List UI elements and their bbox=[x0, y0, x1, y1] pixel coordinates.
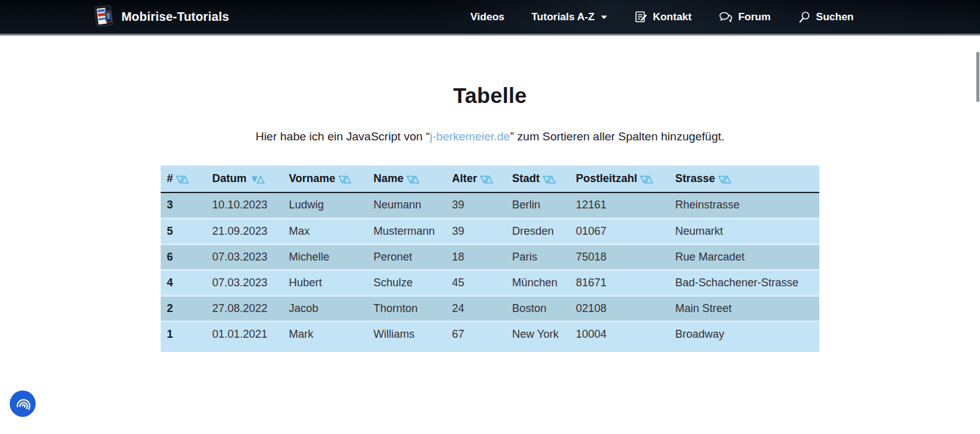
table-cell: Rheinstrasse bbox=[669, 192, 819, 218]
sort-asc-icon: △ bbox=[181, 173, 188, 184]
nav-item-videos[interactable]: Videos bbox=[470, 11, 504, 23]
table-cell: 4 bbox=[161, 270, 206, 295]
table-cell: 45 bbox=[446, 270, 506, 295]
table-cell: Mustermann bbox=[367, 218, 446, 244]
column-header-postleitzahl[interactable]: Postleitzahl▽△ bbox=[570, 166, 669, 192]
table-cell: Hubert bbox=[283, 270, 367, 295]
sort-asc-icon: △ bbox=[723, 173, 730, 184]
sortable-table-wrap: #▽△Datum▼△Vorname▽△Name▽△Alter▽△Stadt▽△P… bbox=[161, 166, 819, 352]
sort-asc-icon: △ bbox=[343, 173, 351, 184]
nav-item-forum[interactable]: Forum bbox=[719, 10, 771, 23]
column-header-strasse[interactable]: Strasse▽△ bbox=[669, 166, 819, 192]
table-cell: München bbox=[506, 270, 570, 295]
table-cell: Neumann bbox=[367, 192, 446, 218]
table-cell: 1 bbox=[161, 321, 206, 347]
intro-text-after: ” zum Sortieren aller Spalten hinzugefüg… bbox=[510, 130, 725, 143]
table-cell: 07.03.2023 bbox=[206, 270, 283, 295]
table-cell: Jacob bbox=[283, 295, 367, 321]
table-cell: Broadway bbox=[669, 321, 819, 347]
table-cell: 07.03.2023 bbox=[206, 244, 283, 270]
table-row: 310.10.2023LudwigNeumann39Berlin12161Rhe… bbox=[161, 192, 819, 218]
table-cell: Michelle bbox=[283, 244, 367, 270]
table-cell: 18 bbox=[446, 244, 506, 270]
table-row: 607.03.2023MichellePeronet18Paris75018Ru… bbox=[161, 244, 819, 270]
fingerprint-icon bbox=[10, 390, 36, 418]
intro-text-before: Hier habe ich ein JavaScript von “ bbox=[256, 130, 430, 143]
column-header-stadt[interactable]: Stadt▽△ bbox=[506, 166, 570, 192]
table-cell: 81671 bbox=[570, 270, 669, 295]
column-header-datum[interactable]: Datum▼△ bbox=[206, 166, 283, 192]
table-cell: Paris bbox=[506, 244, 570, 270]
table-cell: Williams bbox=[367, 321, 446, 347]
sort-icons: ▽△ bbox=[480, 173, 493, 184]
brand-name: Mobirise-Tutorials bbox=[121, 10, 229, 24]
column-label: Datum bbox=[212, 172, 247, 185]
table-cell: 10004 bbox=[570, 321, 669, 347]
sort-icons: ▽△ bbox=[543, 173, 556, 184]
nav-item-tutorials-a-z[interactable]: Tutorials A-Z bbox=[531, 11, 608, 23]
column-header-name[interactable]: Name▽△ bbox=[367, 166, 446, 192]
nav-item-label: Videos bbox=[470, 11, 504, 23]
column-label: Strasse bbox=[675, 172, 715, 185]
column-header-alter[interactable]: Alter▽△ bbox=[446, 166, 506, 192]
table-cell: New York bbox=[506, 321, 570, 347]
column-header-vorname[interactable]: Vorname▽△ bbox=[283, 166, 367, 192]
table-row: 227.08.2022JacobThornton24Boston02108Mai… bbox=[161, 295, 819, 321]
table-cell: 3 bbox=[161, 192, 206, 218]
sort-icons: ▽△ bbox=[640, 173, 653, 184]
intro-link[interactable]: j-berkemeier.de bbox=[430, 130, 510, 143]
sort-icons: ▽△ bbox=[339, 173, 351, 184]
nav-item-label: Forum bbox=[738, 11, 771, 23]
column-label: Stadt bbox=[512, 172, 540, 185]
table-cell: 02108 bbox=[570, 295, 669, 321]
nav-item-label: Kontakt bbox=[653, 11, 691, 23]
sort-asc-icon: △ bbox=[412, 173, 419, 184]
column-label: Vorname bbox=[289, 172, 335, 185]
table-cell: Thornton bbox=[367, 295, 446, 321]
brand-logo-link[interactable]: Mobirise-Tutorials bbox=[92, 4, 229, 30]
table-cell: 01.01.2021 bbox=[206, 321, 283, 347]
column-header-id[interactable]: #▽△ bbox=[161, 166, 206, 192]
sort-asc-icon: △ bbox=[548, 173, 555, 184]
table-cell: 39 bbox=[446, 192, 506, 218]
sort-asc-icon: △ bbox=[485, 173, 492, 184]
intro-text: Hier habe ich ein JavaScript von “j-berk… bbox=[0, 130, 980, 143]
brand-logo-icon bbox=[92, 4, 115, 30]
table-cell: 75018 bbox=[570, 244, 669, 270]
search-icon bbox=[798, 10, 811, 24]
table-cell: 27.08.2022 bbox=[206, 295, 283, 321]
sort-icons: ▼△ bbox=[250, 173, 264, 184]
chat-icon bbox=[719, 10, 733, 23]
nav-item-label: Tutorials A-Z bbox=[531, 11, 594, 23]
main-content: Tabelle Hier habe ich ein JavaScript von… bbox=[0, 36, 980, 352]
nav-item-label: Suchen bbox=[816, 11, 854, 23]
table-header: #▽△Datum▼△Vorname▽△Name▽△Alter▽△Stadt▽△P… bbox=[161, 166, 819, 192]
column-label: Postleitzahl bbox=[576, 172, 637, 185]
sort-icons: ▽△ bbox=[718, 173, 731, 184]
table-row: 101.01.2021MarkWilliams67New York10004Br… bbox=[161, 321, 819, 347]
sortable-table: #▽△Datum▼△Vorname▽△Name▽△Alter▽△Stadt▽△P… bbox=[161, 166, 819, 347]
table-cell: 10.10.2023 bbox=[206, 192, 283, 218]
table-cell: 2 bbox=[161, 295, 206, 321]
table-cell: Rue Marcadet bbox=[669, 244, 819, 270]
scrollbar-thumb[interactable] bbox=[976, 52, 979, 102]
table-cell: Ludwig bbox=[283, 192, 367, 218]
table-cell: Max bbox=[283, 218, 367, 244]
table-cell: 67 bbox=[446, 321, 506, 347]
column-label: Name bbox=[373, 172, 404, 185]
navbar: Mobirise-Tutorials VideosTutorials A-ZKo… bbox=[0, 0, 980, 36]
sort-asc-icon: △ bbox=[645, 173, 653, 184]
table-cell: 6 bbox=[161, 244, 206, 270]
nav-menu: VideosTutorials A-ZKontaktForumSuchen bbox=[470, 10, 854, 24]
sort-icons: ▽△ bbox=[176, 173, 189, 184]
nav-item-kontakt[interactable]: Kontakt bbox=[635, 10, 691, 23]
table-cell: Mark bbox=[283, 321, 367, 347]
table-cell: Schulze bbox=[367, 270, 446, 295]
table-cell: 24 bbox=[446, 295, 506, 321]
nav-item-suchen[interactable]: Suchen bbox=[798, 10, 854, 24]
table-cell: Berlin bbox=[506, 192, 570, 218]
table-cell: 5 bbox=[161, 218, 206, 244]
table-body: 310.10.2023LudwigNeumann39Berlin12161Rhe… bbox=[161, 192, 819, 347]
privacy-fingerprint-button[interactable] bbox=[10, 391, 36, 417]
table-row: 521.09.2023MaxMustermann39Dresden01067Ne… bbox=[161, 218, 819, 244]
